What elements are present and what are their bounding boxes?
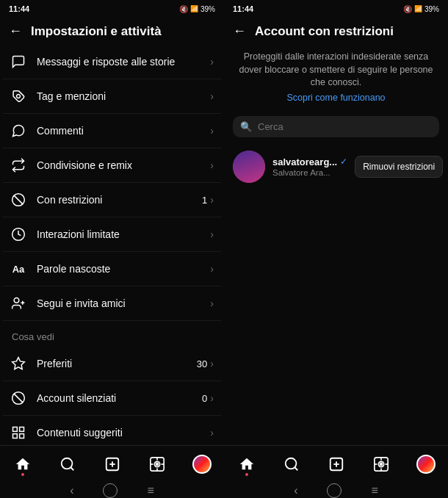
- left-panel: 11:44 🔇 📶 39% ← Impostazioni e attività …: [0, 0, 224, 498]
- preferiti-icon: [10, 356, 26, 372]
- hidden-words-right: ›: [210, 263, 214, 275]
- limited-icon: [10, 226, 26, 242]
- learn-more-link[interactable]: Scopri come funzionano: [236, 93, 436, 103]
- preferiti-chevron: ›: [210, 358, 214, 369]
- home-gesture-right[interactable]: [327, 483, 342, 498]
- search-bar[interactable]: 🔍: [233, 116, 439, 137]
- battery-left: 39%: [200, 5, 215, 13]
- suggested-chevron: ›: [210, 427, 214, 439]
- menu-gesture-left[interactable]: ≡: [147, 484, 153, 497]
- settings-item-limited[interactable]: Interazioni limitate ›: [3, 217, 221, 252]
- settings-item-hidden-words[interactable]: Aa Parole nascoste ›: [3, 252, 221, 286]
- nav-home-dot-right: [245, 473, 248, 476]
- restriction-header: ← Account con restrizioni: [224, 18, 448, 45]
- avatar-image: [233, 151, 265, 183]
- settings-item-follow[interactable]: Segui e invita amici ›: [3, 286, 221, 321]
- tags-right: ›: [210, 90, 214, 102]
- page-title-right: Account con restrizioni: [255, 24, 394, 39]
- limited-chevron: ›: [210, 228, 214, 240]
- comments-right: ›: [210, 125, 214, 137]
- hidden-words-icon: Aa: [10, 261, 26, 277]
- status-bar-left: 11:44 🔇 📶 39%: [0, 0, 224, 18]
- settings-item-muted[interactable]: Account silenziati 0 ›: [3, 381, 221, 416]
- nav-reels-right[interactable]: [366, 451, 396, 477]
- restrictions-icon: [10, 192, 26, 208]
- svg-rect-10: [13, 427, 18, 432]
- settings-item-tags[interactable]: Tag e menzioni ›: [3, 79, 221, 114]
- svg-marker-7: [12, 358, 25, 369]
- svg-point-4: [14, 298, 19, 303]
- svg-line-2: [14, 195, 23, 204]
- sharing-right: ›: [210, 159, 214, 171]
- comments-chevron: ›: [210, 125, 214, 137]
- restrictions-right: 1 ›: [202, 194, 214, 206]
- messages-icon: [10, 54, 26, 70]
- home-indicator-right: ‹ ≡: [224, 483, 448, 498]
- hidden-words-label: Parole nascoste: [37, 263, 200, 275]
- comments-icon: [10, 123, 26, 139]
- nav-home-left[interactable]: [8, 451, 37, 477]
- restrictions-label: Con restrizioni: [37, 194, 192, 206]
- svg-point-26: [285, 458, 296, 469]
- follow-right: ›: [210, 297, 214, 309]
- restricted-user-item: salvatorearg... ✓ Salvatore Ara... Rimuo…: [224, 145, 448, 189]
- nav-add-right[interactable]: [322, 451, 351, 477]
- preferiti-label: Preferiti: [37, 358, 187, 369]
- muted-right: 0 ›: [202, 392, 214, 404]
- settings-item-messages[interactable]: Messaggi e risposte alle storie ›: [3, 45, 221, 79]
- nav-profile-left[interactable]: [187, 451, 217, 477]
- nav-reels-left[interactable]: [142, 451, 172, 477]
- tags-label: Tag e menzioni: [37, 90, 200, 102]
- settings-list: Messaggi e risposte alle storie › Tag e …: [0, 45, 224, 445]
- muted-chevron: ›: [210, 392, 214, 404]
- back-gesture-right[interactable]: ‹: [294, 484, 297, 497]
- settings-item-restrictions[interactable]: Con restrizioni 1 ›: [3, 183, 221, 217]
- settings-item-preferiti[interactable]: Preferiti 30 ›: [3, 347, 221, 381]
- restrictions-chevron: ›: [210, 194, 214, 206]
- user-handle: salvatorearg...: [272, 156, 337, 167]
- sharing-chevron: ›: [210, 159, 214, 171]
- user-avatar: [233, 151, 265, 183]
- muted-badge: 0: [202, 393, 207, 404]
- user-fullname: Salvatore Ara...: [272, 168, 347, 177]
- section-cosa-vedi: Cosa vedi: [3, 321, 221, 347]
- restrictions-badge: 1: [202, 195, 207, 206]
- messages-chevron: ›: [210, 56, 214, 68]
- svg-line-15: [71, 467, 73, 470]
- suggested-icon: [10, 425, 26, 441]
- home-indicator-left: ‹ ≡: [0, 483, 224, 498]
- back-button-right[interactable]: ←: [233, 24, 246, 39]
- svg-line-9: [14, 394, 23, 403]
- search-input[interactable]: [258, 121, 432, 132]
- home-gesture-left[interactable]: [103, 483, 118, 498]
- sharing-icon: [10, 157, 26, 173]
- limited-right: ›: [210, 228, 214, 240]
- mute-icon: 🔇: [179, 5, 188, 13]
- menu-gesture-right[interactable]: ≡: [371, 484, 377, 497]
- restriction-intro-text: Proteggiti dalle interazioni indesiderat…: [236, 51, 436, 90]
- nav-add-left[interactable]: [98, 451, 127, 477]
- hidden-words-chevron: ›: [210, 263, 214, 275]
- svg-rect-13: [20, 434, 24, 439]
- follow-chevron: ›: [210, 297, 214, 309]
- tags-chevron: ›: [210, 90, 214, 102]
- settings-item-sharing[interactable]: Condivisione e remix ›: [3, 148, 221, 183]
- nav-search-right[interactable]: [277, 451, 306, 477]
- remove-restriction-button[interactable]: Rimuovi restrizioni: [355, 156, 443, 178]
- back-button-left[interactable]: ←: [9, 24, 22, 39]
- battery-right: 39%: [424, 5, 439, 13]
- nav-search-left[interactable]: [53, 451, 82, 477]
- nav-home-right[interactable]: [232, 451, 261, 477]
- settings-item-suggested[interactable]: Contenuti suggeriti ›: [3, 416, 221, 445]
- bottom-nav-left: [0, 445, 224, 483]
- nav-profile-right[interactable]: [411, 451, 441, 477]
- muted-icon: [10, 390, 26, 406]
- back-gesture-left[interactable]: ‹: [70, 484, 73, 497]
- settings-item-comments[interactable]: Commenti ›: [3, 114, 221, 148]
- svg-line-27: [295, 467, 297, 470]
- follow-label: Segui e invita amici: [37, 297, 200, 309]
- right-panel: 11:44 🔇 📶 39% ← Account con restrizioni …: [224, 0, 448, 498]
- nav-home-dot: [21, 473, 24, 476]
- sharing-label: Condivisione e remix: [37, 159, 200, 171]
- comments-label: Commenti: [37, 125, 200, 137]
